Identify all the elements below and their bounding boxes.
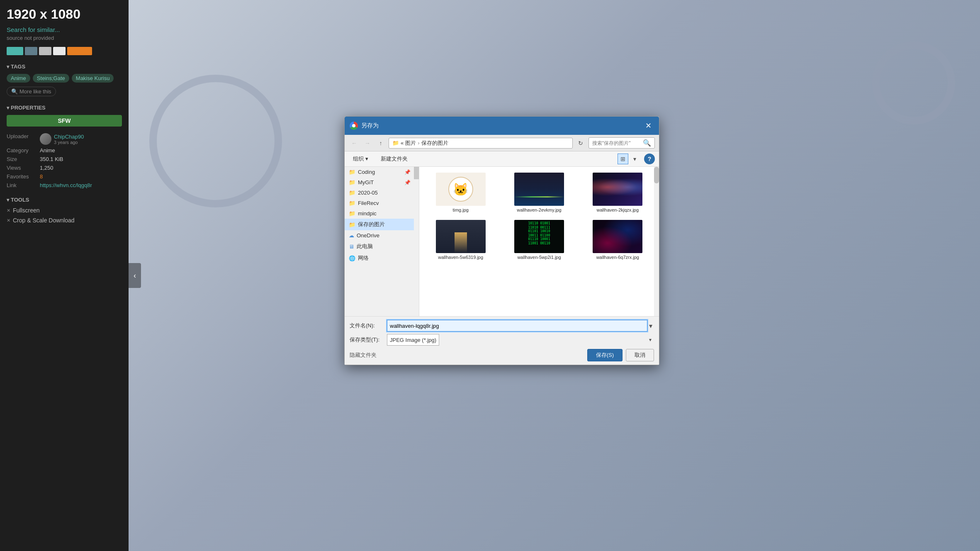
file-2evkmy[interactable]: wallhaven-2evkmy.jpg [502,171,576,214]
views-label: Views [7,165,40,171]
breadcrumb-bar[interactable]: 📁 « 图片 › 保存的图片 [389,138,573,149]
chrome-icon [350,122,358,130]
tags-header: TAGS [7,63,122,70]
uploader-name[interactable]: ChipChap90 [54,134,84,140]
search-similar-link[interactable]: Search for similar... [7,26,122,33]
files-scrollbar[interactable] [654,167,659,316]
breadcrumb-pics: 图片 [405,139,416,147]
file-name-2evkmy: wallhaven-2evkmy.jpg [517,207,561,212]
thumb-6q7zrx [593,220,642,253]
file-5wp2i1[interactable]: 10110 0100111010 0011101101 1001010011 0… [502,218,576,261]
uploader-info: ChipChap90 3 years ago [40,133,84,145]
nav-back-btn[interactable]: ← [349,138,360,149]
folder-2020[interactable]: 📁 2020-05 [345,188,414,198]
category-value: Anime [40,147,55,154]
filetype-label: 保存类型(T): [350,336,387,344]
light-beam [455,232,467,253]
pin-icon-coding: 📌 [404,169,411,175]
view-grid-btn[interactable]: ⊞ [618,154,628,164]
dialog-close-btn[interactable]: ✕ [642,120,654,132]
sfw-badge: SFW [7,115,122,127]
folder-list: 📁 Coding 📌 📁 MyGiT 📌 📁 2020-05 [345,167,414,316]
swatch-3 [39,47,51,55]
file-2kjqzx[interactable]: wallhaven-2kjqzx.jpg [581,171,655,214]
tag-steingate[interactable]: Steins;Gate [33,74,69,83]
tag-anime[interactable]: Anime [7,74,30,83]
cancel-btn[interactable]: 取消 [626,349,654,361]
collapse-sidebar-btn[interactable]: ‹ [129,263,141,288]
nav-up-btn[interactable]: ↑ [375,138,386,149]
swatch-1 [7,47,23,55]
file-name-2kjqzx: wallhaven-2kjqzx.jpg [597,207,639,212]
more-like-this-btn[interactable]: 🔍 More like this [7,87,56,96]
tag-makise[interactable]: Makise Kurisu [72,74,114,83]
folder-this-pc[interactable]: 🖥 此电脑 [345,241,414,252]
file-timg[interactable]: 🐱 timg.jpg [423,171,498,214]
swatch-5 [67,47,92,55]
properties-section: SFW Uploader ChipChap90 3 years ago Cate… [7,115,122,188]
uploader-row: Uploader ChipChap90 3 years ago [7,133,122,145]
avatar [40,133,51,145]
files-grid: 🐱 timg.jpg wallhaven-2evkmy.jpg [423,171,655,261]
color-palette [7,47,122,55]
folder-scrollbar[interactable] [414,167,419,316]
crop-label: Crop & Scale Download [13,217,75,224]
file-name-5wp2i1: wallhaven-5wp2i1.jpg [517,255,561,260]
folder-icon: 📁 [349,169,355,175]
search-input[interactable] [592,140,640,146]
save-btn[interactable]: 保存(S) [587,349,623,361]
search-icon: 🔍 [11,88,18,95]
files-scrollbar-thumb [654,167,659,183]
link-label: Link [7,182,40,188]
matrix-text: 10110 0100111010 0011101101 1001010011 0… [526,220,552,253]
dialog-toolbar: 组织 ▾ 新建文件夹 ⊞ ▾ ? [345,151,659,167]
folder-coding[interactable]: 📁 Coding 📌 [345,167,414,177]
breadcrumb-folder-icon: 📁 [392,140,399,146]
folder-saved-pics[interactable]: 📁 保存的图片 [345,219,414,230]
folder-onedrive[interactable]: ☁ OneDrive [345,230,414,241]
dialog-body: 📁 Coding 📌 📁 MyGiT 📌 📁 2020-05 [345,167,659,316]
link-value[interactable]: https://whvn.cc/lqgq8r [40,182,92,188]
crop-tool[interactable]: Crop & Scale Download [7,217,122,224]
file-6q7zrx[interactable]: wallhaven-6q7zrx.jpg [581,218,655,261]
file-name-5w6319: wallhaven-5w6319.jpg [438,255,483,260]
folder-network[interactable]: 🌐 网络 [345,252,414,264]
breadcrumb-sep-1: « [401,140,404,146]
computer-icon: 🖥 [349,244,354,250]
folder-scrollbar-thumb [414,167,419,179]
view-dropdown-btn[interactable]: ▾ [629,154,640,164]
organize-btn[interactable]: 组织 ▾ [349,154,372,164]
search-box: 🔍 [588,137,655,149]
nav-refresh-btn[interactable]: ↻ [575,138,586,149]
filetype-select[interactable]: JPEG Image (*.jpg) [387,334,439,346]
tools-section: Fullscreen Crop & Scale Download [7,207,122,224]
dialog-actions: 隐藏文件夹 保存(S) 取消 [350,349,654,361]
folder-mygit[interactable]: 📁 MyGiT 📌 [345,177,414,188]
filename-input[interactable] [387,320,647,332]
folder-icon: 📁 [349,222,355,228]
new-folder-btn[interactable]: 新建文件夹 [377,154,412,164]
resolution-label: 1920 x 1080 [7,7,122,22]
fullscreen-label: Fullscreen [13,207,40,214]
more-like-this-label: More like this [19,88,51,95]
neon-effect [593,220,642,253]
link-row: Link https://whvn.cc/lqgq8r [7,182,122,188]
green-line [514,196,564,197]
select-arrow-icon: ▾ [649,337,652,343]
filename-row: 文件名(N): ▾ [350,320,654,332]
dialog-nav: ← → ↑ 📁 « 图片 › 保存的图片 ↻ 🔍 [345,135,659,151]
views-value: 1,250 [40,165,53,171]
wallpaper-background: ‹ 另存为 ✕ ← → ↑ 📁 « 图片 › [129,0,980,551]
help-btn[interactable]: ? [644,154,655,164]
folder-mindpic[interactable]: 📁 mindpic [345,208,414,219]
file-5w6319[interactable]: wallhaven-5w6319.jpg [423,218,498,261]
hide-folders-label: 隐藏文件夹 [350,351,584,359]
network-icon: 🌐 [349,255,355,261]
pin-icon-mygit: 📌 [404,180,411,185]
tools-header: TOOLS [7,197,122,203]
nav-forward-btn[interactable]: → [362,138,373,149]
fullscreen-tool[interactable]: Fullscreen [7,207,122,214]
properties-header: PROPERTIES [7,105,122,111]
folder-filerecv[interactable]: 📁 FileRecv [345,198,414,208]
category-row: Category Anime [7,147,122,154]
